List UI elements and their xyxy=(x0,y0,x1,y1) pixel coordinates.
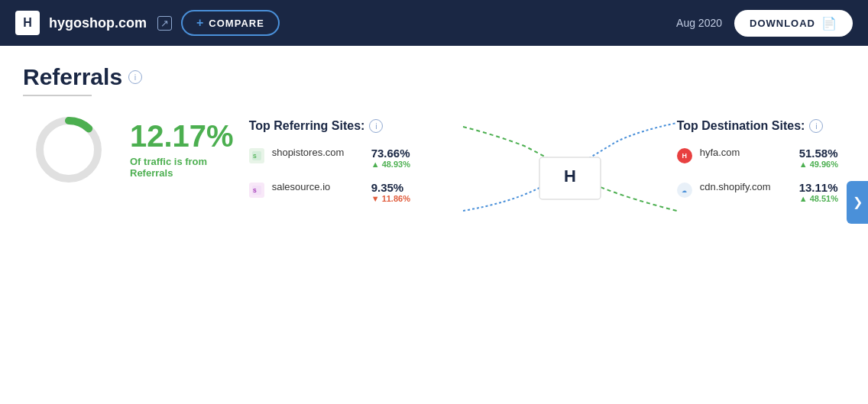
shopistores-percent: 73.66% xyxy=(371,147,410,160)
top-referring-title: Top Referring Sites: i xyxy=(249,119,463,133)
download-icon: 📄 xyxy=(821,16,837,31)
hyfa-name: hyfa.com xyxy=(700,147,792,158)
right-scroll-btn[interactable]: ❯ xyxy=(847,181,868,224)
shopistores-favicon: S xyxy=(249,148,264,163)
page-content: Referrals i 12.17% Of traffic is from Re… xyxy=(0,46,868,237)
stat-info: 12.17% Of traffic is from Referrals xyxy=(130,121,234,179)
header-left: H hygoshop.com ↗ + COMPARE xyxy=(15,10,280,36)
columns-row: Top Referring Sites: i S shopistores.com… xyxy=(249,119,868,218)
logo-letter: H xyxy=(23,16,32,30)
referring-site-row: S shopistores.com 73.66% ▲ 48.93% xyxy=(249,147,463,169)
site-name-label: hygoshop.com xyxy=(49,15,147,31)
svg-text:S: S xyxy=(253,188,257,193)
page-title: Referrals xyxy=(23,64,122,90)
shopistores-arrow: ▲ xyxy=(371,160,380,169)
hyfa-stats: 51.58% ▲ 49.96% xyxy=(799,147,838,169)
referrals-link[interactable]: Referrals xyxy=(130,167,173,179)
plus-icon: + xyxy=(196,16,204,30)
shopistores-name: shopistores.com xyxy=(272,147,364,158)
cdn-favicon: ☁ xyxy=(677,183,692,198)
title-underline xyxy=(23,95,92,96)
top-destination-title: Top Destination Sites: i xyxy=(677,119,868,133)
hyfa-arrow: ▲ xyxy=(799,160,808,169)
salesource-percent: 9.35% xyxy=(371,181,410,194)
header-right: Aug 2020 DOWNLOAD 📄 xyxy=(676,10,853,37)
cdn-percent: 13.11% xyxy=(799,181,838,194)
traffic-percent: 12.17% xyxy=(130,121,234,151)
download-button[interactable]: DOWNLOAD 📄 xyxy=(734,10,853,37)
salesource-arrow: ▼ xyxy=(371,194,380,203)
cdn-change: ▲ 48.51% xyxy=(799,194,838,203)
chevron-right-icon: ❯ xyxy=(853,195,863,209)
cdn-stats: 13.11% ▲ 48.51% xyxy=(799,181,838,203)
cdn-name: cdn.shopify.com xyxy=(700,181,792,192)
compare-button[interactable]: + COMPARE xyxy=(181,10,280,36)
salesource-name: salesource.io xyxy=(272,181,364,192)
logo-box: H xyxy=(15,11,40,35)
svg-text:H: H xyxy=(564,166,576,186)
svg-text:☁: ☁ xyxy=(681,188,686,193)
cdn-arrow: ▲ xyxy=(799,194,808,203)
chart-area: H xyxy=(463,119,677,218)
external-link-icon[interactable]: ↗ xyxy=(157,16,172,31)
compare-label: COMPARE xyxy=(209,18,264,29)
hyfa-site-row: H hyfa.com 51.58% ▲ 49.96% xyxy=(677,147,868,169)
stat-row: 12.17% Of traffic is from Referrals xyxy=(31,112,234,188)
svg-text:S: S xyxy=(253,154,257,159)
title-info-icon[interactable]: i xyxy=(128,70,142,84)
traffic-description: Of traffic is from Referrals xyxy=(130,156,234,179)
header: H hygoshop.com ↗ + COMPARE Aug 2020 DOWN… xyxy=(0,0,868,46)
shopistores-stats: 73.66% ▲ 48.93% xyxy=(371,147,410,169)
page-title-row: Referrals i xyxy=(23,64,845,90)
hyfa-favicon: H xyxy=(677,148,692,163)
shopistores-change: ▲ 48.93% xyxy=(371,160,410,169)
top-referring-col: Top Referring Sites: i S shopistores.com… xyxy=(249,119,463,218)
salesource-favicon: S xyxy=(249,183,264,198)
hyfa-change: ▲ 49.96% xyxy=(799,160,838,169)
top-destination-col: Top Destination Sites: i H hyfa.com 51.5… xyxy=(677,119,868,218)
destination-info-icon[interactable]: i xyxy=(809,119,823,133)
cdn-site-row: ☁ cdn.shopify.com 13.11% ▲ 48.51% xyxy=(677,181,868,203)
salesource-stats: 9.35% ▼ 11.86% xyxy=(371,181,410,203)
salesource-change: ▼ 11.86% xyxy=(371,194,410,203)
download-label: DOWNLOAD xyxy=(750,18,815,29)
salesource-site-row: S salesource.io 9.35% ▼ 11.86% xyxy=(249,181,463,203)
referring-info-icon[interactable]: i xyxy=(369,119,383,133)
hyfa-percent: 51.58% xyxy=(799,147,838,160)
donut-chart xyxy=(31,112,107,188)
date-label: Aug 2020 xyxy=(676,17,722,29)
